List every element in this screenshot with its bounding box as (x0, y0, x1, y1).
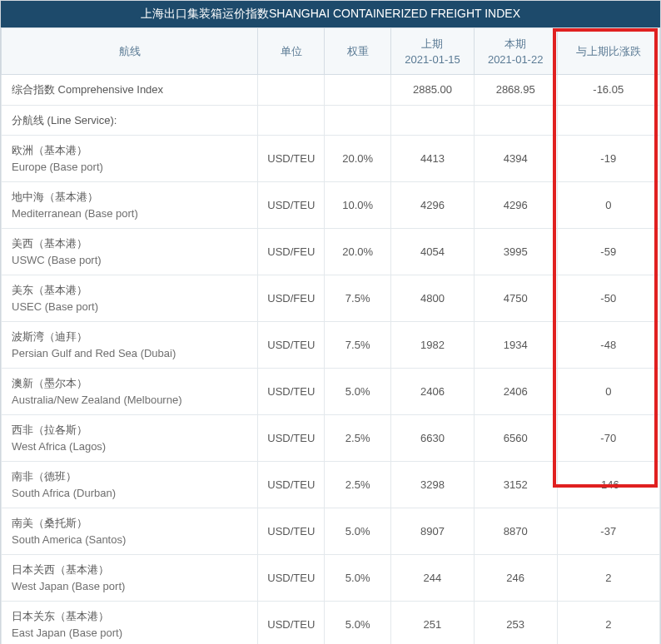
header-curr-date: 2021-01-22 (480, 53, 552, 66)
table-row: 日本关西（基本港）West Japan (Base port)USD/TEU5.… (2, 555, 660, 602)
route-en: South America (Santos) (12, 532, 249, 548)
comprehensive-change: -16.05 (557, 75, 659, 106)
comprehensive-unit (258, 75, 325, 106)
route-cn: 地中海（基本港） (12, 191, 98, 203)
weight-cell: 5.0% (325, 369, 391, 415)
unit-cell: USD/FEU (258, 275, 325, 322)
change-cell: -48 (557, 322, 659, 369)
change-cell: 2 (557, 555, 659, 602)
change-cell: -59 (557, 229, 659, 275)
table-row: 日本关东（基本港）East Japan (Base port)USD/TEU5.… (2, 602, 660, 645)
unit-cell: USD/TEU (258, 182, 325, 229)
route-en: West Japan (Base port) (12, 578, 249, 595)
header-prev-date: 2021-01-15 (396, 53, 469, 66)
route-cell: 澳新（墨尔本）Australia/New Zealand (Melbourne) (2, 369, 258, 415)
change-cell: 0 (557, 369, 659, 415)
unit-cell: USD/TEU (258, 369, 325, 415)
curr-cell: 4394 (474, 136, 557, 182)
unit-cell: USD/FEU (258, 229, 325, 275)
prev-cell: 251 (391, 602, 475, 645)
route-cell: 西非（拉各斯）West Africa (Lagos) (2, 415, 258, 462)
route-en: USWC (Base port) (12, 252, 249, 269)
route-en: Mediterranean (Base port) (12, 206, 249, 222)
weight-cell: 20.0% (325, 229, 391, 275)
unit-cell: USD/TEU (258, 136, 325, 182)
prev-cell: 244 (391, 555, 475, 602)
line-service-label: 分航线 (Line Service): (2, 105, 258, 136)
route-en: West Africa (Lagos) (12, 438, 249, 455)
table-row: 美西（基本港）USWC (Base port)USD/FEU20.0%40543… (2, 229, 660, 275)
table-row: 波斯湾（迪拜）Persian Gulf and Red Sea (Dubai)U… (2, 322, 660, 369)
change-cell: -37 (557, 508, 659, 555)
unit-cell: USD/TEU (258, 322, 325, 369)
route-cn: 波斯湾（迪拜） (12, 330, 87, 343)
prev-cell: 1982 (391, 322, 475, 369)
weight-cell: 20.0% (325, 136, 391, 182)
curr-cell: 4296 (474, 182, 557, 229)
header-unit: 单位 (258, 28, 325, 75)
weight-cell: 7.5% (325, 322, 391, 369)
route-en: Australia/New Zealand (Melbourne) (12, 392, 249, 409)
curr-cell: 1934 (474, 322, 557, 369)
weight-cell: 10.0% (325, 182, 391, 229)
panel-title: 上海出口集装箱运价指数SHANGHAI CONTAINERIZED FREIGH… (1, 1, 660, 27)
curr-cell: 3152 (474, 462, 557, 508)
weight-cell: 7.5% (325, 275, 391, 322)
route-en: USEC (Base port) (12, 299, 249, 315)
unit-cell: USD/TEU (258, 555, 325, 602)
header-prev: 上期 2021-01-15 (391, 28, 475, 75)
route-cn: 日本关西（基本港） (12, 563, 109, 576)
table-header-row: 航线 单位 权重 上期 2021-01-15 本期 2021-01-22 与上期… (2, 28, 660, 75)
table-row: 澳新（墨尔本）Australia/New Zealand (Melbourne)… (2, 369, 660, 415)
change-cell: -19 (557, 136, 659, 182)
comprehensive-label: 综合指数 Comprehensive Index (2, 75, 258, 106)
unit-cell: USD/TEU (258, 462, 325, 508)
route-cn: 美东（基本港） (12, 284, 87, 296)
table-row: 西非（拉各斯）West Africa (Lagos)USD/TEU2.5%663… (2, 415, 660, 462)
freight-table: 航线 单位 权重 上期 2021-01-15 本期 2021-01-22 与上期… (1, 27, 660, 644)
unit-cell: USD/TEU (258, 508, 325, 555)
curr-cell: 4750 (474, 275, 557, 322)
prev-cell: 6630 (391, 415, 475, 462)
header-curr: 本期 2021-01-22 (474, 28, 557, 75)
route-cn: 日本关东（基本港） (12, 610, 109, 622)
route-cell: 欧洲（基本港）Europe (Base port) (2, 136, 258, 182)
header-prev-label: 上期 (421, 37, 443, 50)
change-cell: 0 (557, 182, 659, 229)
route-en: South Africa (Durban) (12, 485, 249, 502)
table-row: 欧洲（基本港）Europe (Base port)USD/TEU20.0%441… (2, 136, 660, 182)
route-cell: 南非（德班）South Africa (Durban) (2, 462, 258, 508)
header-curr-label: 本期 (504, 37, 526, 50)
route-cell: 地中海（基本港）Mediterranean (Base port) (2, 182, 258, 229)
prev-cell: 2406 (391, 369, 475, 415)
weight-cell: 5.0% (325, 508, 391, 555)
curr-cell: 246 (474, 555, 557, 602)
route-cell: 美西（基本港）USWC (Base port) (2, 229, 258, 275)
comprehensive-prev: 2885.00 (391, 75, 475, 106)
route-cell: 日本关西（基本港）West Japan (Base port) (2, 555, 258, 602)
prev-cell: 4296 (391, 182, 475, 229)
route-cell: 美东（基本港）USEC (Base port) (2, 275, 258, 322)
header-route: 航线 (2, 28, 258, 75)
weight-cell: 2.5% (325, 462, 391, 508)
comprehensive-weight (325, 75, 391, 106)
prev-cell: 4413 (391, 136, 475, 182)
change-cell: -146 (557, 462, 659, 508)
freight-index-panel: 上海出口集装箱运价指数SHANGHAI CONTAINERIZED FREIGH… (0, 0, 661, 644)
route-cell: 南美（桑托斯）South America (Santos) (2, 508, 258, 555)
line-service-row: 分航线 (Line Service): (2, 105, 660, 136)
prev-cell: 4800 (391, 275, 475, 322)
route-cn: 西非（拉各斯） (12, 424, 87, 436)
prev-cell: 3298 (391, 462, 475, 508)
route-cn: 欧洲（基本港） (12, 144, 87, 156)
route-en: East Japan (Base port) (12, 625, 249, 642)
curr-cell: 253 (474, 602, 557, 645)
route-cn: 南美（桑托斯） (12, 517, 87, 529)
route-cell: 波斯湾（迪拜）Persian Gulf and Red Sea (Dubai) (2, 322, 258, 369)
header-weight: 权重 (325, 28, 391, 75)
table-row: 南美（桑托斯）South America (Santos)USD/TEU5.0%… (2, 508, 660, 555)
unit-cell: USD/TEU (258, 602, 325, 645)
table-row: 地中海（基本港）Mediterranean (Base port)USD/TEU… (2, 182, 660, 229)
header-change: 与上期比涨跌 (557, 28, 659, 75)
weight-cell: 2.5% (325, 415, 391, 462)
